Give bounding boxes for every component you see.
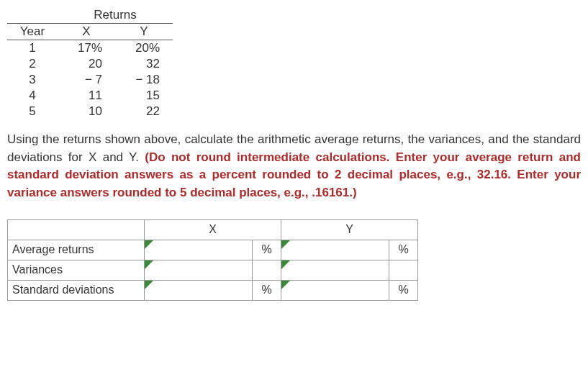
marker-icon: [281, 240, 290, 249]
returns-header-y: Y: [115, 24, 173, 40]
table-row: 1 17% 20%: [7, 40, 173, 57]
question-text: Using the returns shown above, calculate…: [7, 131, 581, 202]
input-var-x[interactable]: [145, 260, 252, 279]
answer-row-var: Variances: [8, 260, 418, 280]
label-avg: Average returns: [8, 240, 145, 260]
answer-row-avg: Average returns % %: [8, 240, 418, 260]
empty-corner: [8, 219, 145, 240]
input-std-y[interactable]: [281, 281, 389, 299]
unit-var-y: [389, 260, 418, 280]
marker-icon: [145, 281, 153, 289]
answer-row-std: Standard deviations % %: [8, 280, 418, 300]
input-std-x[interactable]: [145, 281, 252, 299]
unit-std-y: %: [389, 280, 418, 300]
label-std: Standard deviations: [8, 280, 145, 300]
answer-col-y: Y: [281, 219, 418, 240]
marker-icon: [145, 260, 153, 269]
returns-header-x: X: [58, 24, 115, 40]
label-var: Variances: [8, 260, 145, 280]
unit-avg-x: %: [253, 240, 281, 260]
unit-var-x: [253, 260, 281, 280]
answer-col-x: X: [145, 219, 281, 240]
unit-avg-y: %: [389, 240, 418, 260]
marker-icon: [281, 281, 290, 289]
returns-header-year: Year: [7, 24, 58, 40]
unit-std-x: %: [253, 280, 281, 300]
marker-icon: [145, 240, 153, 249]
answer-table: X Y Average returns % % Variances Standa…: [7, 219, 418, 301]
input-var-y[interactable]: [281, 260, 389, 279]
returns-super-header: Returns: [58, 7, 173, 24]
table-row: 3 − 7 − 18: [7, 72, 173, 88]
input-avg-x[interactable]: [145, 240, 252, 259]
marker-icon: [281, 260, 290, 269]
input-avg-y[interactable]: [281, 240, 389, 259]
returns-table: Returns Year X Y 1 17% 20% 2 20 32 3 − 7…: [7, 7, 173, 119]
table-row: 4 11 15: [7, 88, 173, 104]
table-row: 5 10 22: [7, 104, 173, 119]
table-row: 2 20 32: [7, 56, 173, 72]
